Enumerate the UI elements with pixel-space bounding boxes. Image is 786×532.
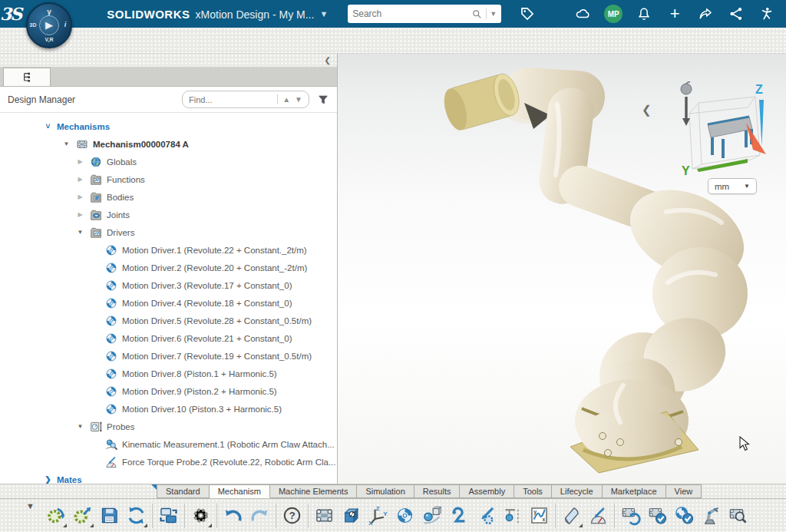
collapse-arrow-icon[interactable]: ▼ <box>75 423 85 430</box>
tree-item-globals[interactable]: ▶Globals <box>0 153 337 170</box>
update-all-button[interactable] <box>42 502 69 530</box>
undo-button[interactable] <box>220 502 246 530</box>
tab-machine-elements[interactable]: Machine Elements <box>270 484 358 498</box>
collapse-arrow-icon[interactable]: ▼ <box>61 140 71 147</box>
plot-button[interactable] <box>526 502 553 530</box>
tree-item-motion-driver-10[interactable]: Motion Driver.10 (Piston.3 + Harmonic.5) <box>0 400 337 418</box>
tab-marketplace[interactable]: Marketplace <box>603 484 666 498</box>
tab-view[interactable]: View <box>666 484 702 498</box>
3dexperience-compass[interactable]: y 3D i V,R ▶ <box>26 2 72 48</box>
toolbar-separator <box>216 504 217 528</box>
force-button[interactable] <box>472 502 499 530</box>
explore-mechanism-button[interactable] <box>725 502 751 530</box>
settings-button[interactable] <box>187 502 214 530</box>
motion-driver-button[interactable] <box>391 502 418 530</box>
tree-item-functions[interactable]: ▶Functions <box>0 170 337 188</box>
tree-item-motion-driver-6[interactable]: Motion Driver.6 (Revolute.21 + Constant_… <box>0 329 337 347</box>
validate-mechanism-button[interactable] <box>644 502 671 530</box>
tab-simulation[interactable]: Simulation <box>357 484 414 498</box>
tree-item-force-torque-probe-2[interactable]: Force Torque Probe.2 (Revolute.22, Robot… <box>0 453 337 471</box>
collapse-arrow-icon[interactable]: ▼ <box>75 229 85 236</box>
collapse-arrow-icon[interactable]: ˅ <box>43 122 53 131</box>
new-mechanism-button[interactable] <box>311 502 338 530</box>
tab-mechanism[interactable]: Mechanism <box>210 484 270 498</box>
panel-collapse-button[interactable]: ❮ <box>325 56 331 64</box>
title-chevron-down-icon[interactable]: ▼ <box>319 9 328 18</box>
find-box[interactable]: ▲ ▼ <box>182 91 309 108</box>
community-person-button[interactable] <box>751 2 782 25</box>
tree-item-probes[interactable]: ▼Probes <box>0 418 337 435</box>
tab-assembly[interactable]: Assembly <box>460 484 514 498</box>
tab-lifecycle[interactable]: Lifecycle <box>552 484 603 498</box>
help-button[interactable] <box>782 2 786 25</box>
expand-arrow-icon[interactable]: ❯ <box>43 475 53 484</box>
tree-item-motion-driver-9[interactable]: Motion Driver.9 (Piston.2 + Harmonic.5) <box>0 382 337 400</box>
gravity-button[interactable] <box>499 502 526 530</box>
rigid-body-button[interactable] <box>338 502 365 530</box>
3d-viewport[interactable]: ❮ <box>338 54 786 484</box>
share-network-button[interactable] <box>721 2 751 25</box>
probes-icon <box>89 420 103 434</box>
save-with-options-button[interactable] <box>155 502 182 530</box>
tree-item-motion-driver-2[interactable]: Motion Driver.2 (Revolute.20 + Constant_… <box>0 259 337 276</box>
search-icon[interactable] <box>471 8 483 20</box>
notifications-bell-button[interactable] <box>629 2 659 25</box>
tree-item-motion-driver-1[interactable]: Motion Driver.1 (Revolute.22 + Constant.… <box>0 241 337 259</box>
reset-mechanism-button[interactable] <box>617 502 644 530</box>
tab-design-tree[interactable] <box>3 68 51 86</box>
cloud-button[interactable] <box>567 2 598 25</box>
tab-tools[interactable]: Tools <box>514 484 552 498</box>
find-input[interactable] <box>189 95 243 104</box>
tab-standard[interactable]: Standard <box>157 484 210 498</box>
redo-button[interactable] <box>246 502 273 530</box>
compass-play-icon[interactable]: ▶ <box>39 15 59 35</box>
kinematic-probe-button[interactable] <box>418 502 445 530</box>
find-previous-button[interactable]: ▲ <box>282 95 290 104</box>
tree-item-label: Motion Driver.10 (Piston.3 + Harmonic.5) <box>122 405 282 414</box>
toolbar-overflow-chevron[interactable]: ▼ <box>26 501 35 511</box>
tree-item-motion-driver-5[interactable]: Motion Driver.5 (Revolute.28 + Constant_… <box>0 312 337 329</box>
tree-item-bodies[interactable]: ▶Bodies <box>0 188 337 206</box>
update-button[interactable] <box>69 502 96 530</box>
tree-item-mechanism00000784-a[interactable]: ▼Mechanism00000784 A <box>0 135 337 153</box>
robotic-arm-button[interactable] <box>698 502 725 530</box>
units-dropdown[interactable]: mm ▼ <box>708 178 757 194</box>
expand-arrow-icon[interactable]: ▶ <box>75 158 85 165</box>
search-input[interactable] <box>352 8 468 19</box>
motion-driver-icon <box>104 332 118 345</box>
save-button[interactable] <box>96 502 123 530</box>
expand-arrow-icon[interactable]: ▶ <box>75 211 85 218</box>
tag-button[interactable] <box>512 2 543 25</box>
tree-item-joints[interactable]: ▶Joints <box>0 206 337 223</box>
force-torque-probe-button[interactable] <box>585 502 612 530</box>
tree-item-drivers[interactable]: ▼Drivers <box>0 223 337 241</box>
help-button[interactable] <box>279 502 305 530</box>
viewport-panel-collapse-button[interactable]: ❮ <box>642 103 652 117</box>
tree-item-kinematic-measurement-1[interactable]: Kinematic Measurement.1 (Robotic Arm Cla… <box>0 435 337 453</box>
filter-button[interactable] <box>317 94 329 106</box>
search-box[interactable]: ▼ <box>348 5 501 23</box>
search-scope-chevron-icon[interactable]: ▼ <box>490 10 497 18</box>
tree-item-mates[interactable]: ❯Mates <box>0 471 337 484</box>
share-button[interactable] <box>690 2 721 25</box>
tree-item-motion-driver-7[interactable]: Motion Driver.7 (Revolute.19 + Constant_… <box>0 347 337 365</box>
section-button[interactable] <box>558 502 585 530</box>
expand-arrow-icon[interactable]: ▶ <box>75 193 85 200</box>
belt-button[interactable] <box>445 502 472 530</box>
expand-arrow-icon[interactable]: ▶ <box>75 176 85 183</box>
tree-item-motion-driver-4[interactable]: Motion Driver.4 (Revolute.18 + Constant_… <box>0 294 337 312</box>
tree-item-motion-driver-3[interactable]: Motion Driver.3 (Revolute.17 + Constant_… <box>0 276 337 294</box>
tree-item-motion-driver-8[interactable]: Motion Driver.8 (Piston.1 + Harmonic.5) <box>0 365 337 382</box>
user-avatar[interactable]: MP <box>598 2 629 25</box>
add-content-button[interactable]: + <box>659 2 690 25</box>
reference-frame-button[interactable] <box>365 502 391 530</box>
search-divider <box>486 8 487 19</box>
app-title-group[interactable]: SOLIDWORKS xMotion Design - My M... ▼ <box>107 8 328 21</box>
tab-results[interactable]: Results <box>414 484 461 498</box>
find-next-button[interactable]: ▼ <box>295 95 302 104</box>
tree-item-mechanisms[interactable]: ˅Mechanisms <box>0 117 337 135</box>
refresh-button[interactable] <box>123 502 150 530</box>
view-compass[interactable]: Z Y <box>675 80 769 181</box>
validate-drivers-button[interactable] <box>671 502 698 530</box>
dassault-3ds-logo[interactable]: 3S <box>0 4 21 24</box>
